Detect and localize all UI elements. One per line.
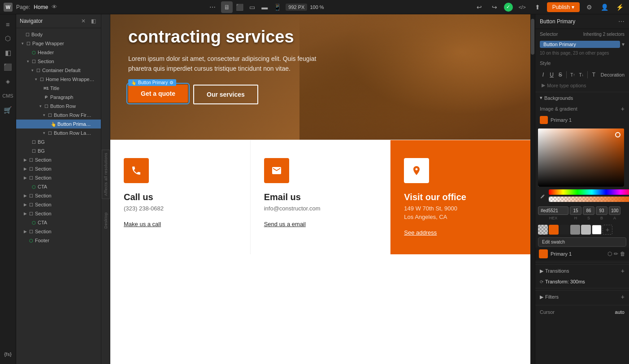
tree-item-section-1[interactable]: ▾ ☐ Section: [16, 57, 101, 66]
add-swatch-button[interactable]: +: [603, 225, 612, 235]
desktop-icon[interactable]: 🖥: [221, 1, 233, 13]
tree-item-body[interactable]: ☐ Body: [16, 30, 101, 39]
assets-icon[interactable]: ⬛: [2, 61, 14, 73]
components-icon[interactable]: ◧: [2, 47, 14, 59]
color-picker-handle[interactable]: [615, 132, 620, 137]
tree-item-section-7[interactable]: ▶ ☐ Section: [16, 209, 101, 218]
page-name[interactable]: Home: [34, 4, 48, 10]
more-options-icon[interactable]: ⋯: [207, 1, 218, 13]
add-filter-button[interactable]: +: [621, 293, 625, 300]
b-input[interactable]: [596, 206, 607, 215]
redo-icon[interactable]: ↪: [489, 1, 500, 13]
tree-item-bg-2[interactable]: ☐ BG: [16, 146, 101, 155]
share-icon[interactable]: ⬆: [532, 1, 543, 13]
tree-item-section-2[interactable]: ▶ ☐ Section: [16, 155, 101, 164]
tree-item-cta-1[interactable]: ⬡ CTA: [16, 182, 101, 191]
interactions-icon[interactable]: ◈: [2, 75, 14, 88]
delete-icon[interactable]: 🗑: [620, 251, 625, 257]
mobile-icon[interactable]: 📱: [271, 1, 283, 13]
tablet-landscape-icon[interactable]: ⬛: [234, 1, 245, 13]
lightning-icon[interactable]: ⚡: [614, 1, 625, 13]
inheriting-text: Inheriting 2 selectors: [583, 32, 625, 37]
transitions-section-header[interactable]: ▶ Transitions +: [535, 264, 629, 277]
get-quote-button[interactable]: Get a quote: [128, 85, 188, 103]
tree-item-section-6[interactable]: ▶ ☐ Section: [16, 200, 101, 209]
a-input[interactable]: [609, 206, 620, 215]
panel-more-icon[interactable]: ⋯: [618, 18, 625, 25]
tree-item-paragraph[interactable]: P Paragraph: [16, 93, 101, 102]
tree-item-section-4[interactable]: ▶ ☐ Section: [16, 173, 101, 182]
tablet-icon[interactable]: ▭: [246, 1, 258, 13]
backgrounds-section-header[interactable]: ▾ Backgrounds: [535, 92, 629, 103]
orange-swatch[interactable]: [549, 225, 559, 235]
underline-button[interactable]: U: [548, 70, 555, 80]
cms-icon[interactable]: CMS: [2, 90, 14, 102]
tree-item-container[interactable]: ▾ ☐ Container Default: [16, 66, 101, 75]
subscript-button[interactable]: T↓: [578, 70, 585, 80]
toggle-panel-button[interactable]: ◧: [89, 17, 97, 25]
hex-input[interactable]: [538, 206, 568, 215]
selector-badge[interactable]: Button Primary: [540, 41, 620, 48]
settings-icon-small[interactable]: ⚙: [169, 80, 174, 85]
link-icon[interactable]: ⬡: [607, 251, 612, 257]
tree-item-button-row-last[interactable]: ▾ ☐ Button Row La…: [16, 128, 101, 137]
nav-icon[interactable]: ≡: [2, 18, 14, 30]
selector-dropdown[interactable]: ▾: [622, 41, 625, 47]
h-input[interactable]: [570, 206, 581, 215]
eyedropper-button[interactable]: [538, 193, 547, 201]
hue-bar[interactable]: [549, 189, 629, 195]
settings-icon[interactable]: ⚙: [583, 1, 595, 13]
canvas-scrollbar[interactable]: [530, 14, 535, 364]
undo-icon[interactable]: ↩: [473, 1, 485, 13]
edit-icon[interactable]: ✏: [614, 251, 618, 257]
strikethrough-button[interactable]: S: [557, 70, 564, 80]
more-type-options[interactable]: ▶ More type options: [535, 81, 629, 92]
white-swatch[interactable]: [592, 225, 602, 235]
tree-item-header[interactable]: ⬡ Header: [16, 48, 101, 57]
tree-item-button-row[interactable]: ▾ ☐ Button Row: [16, 102, 101, 111]
color-swatch[interactable]: [540, 116, 548, 124]
color-gradient-area[interactable]: [538, 128, 624, 187]
superscript-button[interactable]: T↑: [569, 70, 576, 80]
light-gray-swatch[interactable]: [581, 225, 591, 235]
tree-item-bg-1[interactable]: ☐ BG: [16, 137, 101, 146]
italic-button[interactable]: I: [540, 70, 547, 80]
pages-icon[interactable]: ⬡: [2, 32, 14, 45]
our-services-button[interactable]: Our services: [193, 85, 258, 104]
mobile-landscape-icon[interactable]: ▬: [259, 1, 270, 13]
webflow-logo[interactable]: W: [4, 3, 13, 12]
tree-item-button-row-first[interactable]: ▾ ☐ Button Row Fir…: [16, 111, 101, 120]
code-icon[interactable]: </>: [516, 1, 528, 13]
tree-item-hero-wrapper[interactable]: ▾ ☐ Home Hero Wrappe…: [16, 75, 101, 84]
dark-swatch[interactable]: [560, 225, 569, 235]
publish-button[interactable]: Publish ▾: [547, 2, 580, 12]
transparent-swatch[interactable]: [538, 225, 548, 235]
typography-icon[interactable]: {fs}: [2, 348, 14, 360]
ecomm-icon[interactable]: 🛒: [2, 104, 14, 116]
gray-swatch[interactable]: [570, 225, 580, 235]
location-link[interactable]: See address: [404, 229, 437, 236]
text-transform-button[interactable]: T: [590, 70, 597, 80]
tree-item-section-3[interactable]: ▶ ☐ Section: [16, 164, 101, 173]
tree-item-page-wrapper[interactable]: ▾ ☐ Page Wrapper: [16, 39, 101, 48]
tree-item-section-5[interactable]: ▶ ☐ Section: [16, 191, 101, 200]
call-link[interactable]: Make us a call: [124, 221, 161, 227]
cursor-value[interactable]: auto: [615, 309, 625, 315]
user-icon[interactable]: 👤: [599, 1, 610, 13]
affects-label[interactable]: Affects all resolutions: [102, 150, 110, 199]
canvas-scroll-area[interactable]: contracting services Lorem ipsum dolor s…: [110, 14, 530, 364]
tree-item-section-8[interactable]: ▶ ☐ Section: [16, 227, 101, 236]
close-navigator-button[interactable]: ✕: [79, 17, 87, 25]
primary-color-square[interactable]: [539, 249, 548, 258]
add-background-button[interactable]: +: [621, 105, 625, 112]
add-transition-button[interactable]: +: [621, 267, 625, 274]
preview-icon[interactable]: 👁: [52, 4, 57, 10]
alpha-bar[interactable]: [549, 197, 629, 202]
email-link[interactable]: Send us a email: [264, 221, 306, 227]
s-input[interactable]: [583, 206, 594, 215]
tree-item-button-primary[interactable]: 👆 Button Prima…: [16, 120, 101, 128]
tree-item-title[interactable]: H1 Title: [16, 84, 101, 93]
tree-item-cta-2[interactable]: ⬡ CTA: [16, 218, 101, 227]
tree-item-footer[interactable]: ⬡ Footer: [16, 236, 101, 245]
filters-section-header[interactable]: ▶ Filters +: [535, 290, 629, 303]
